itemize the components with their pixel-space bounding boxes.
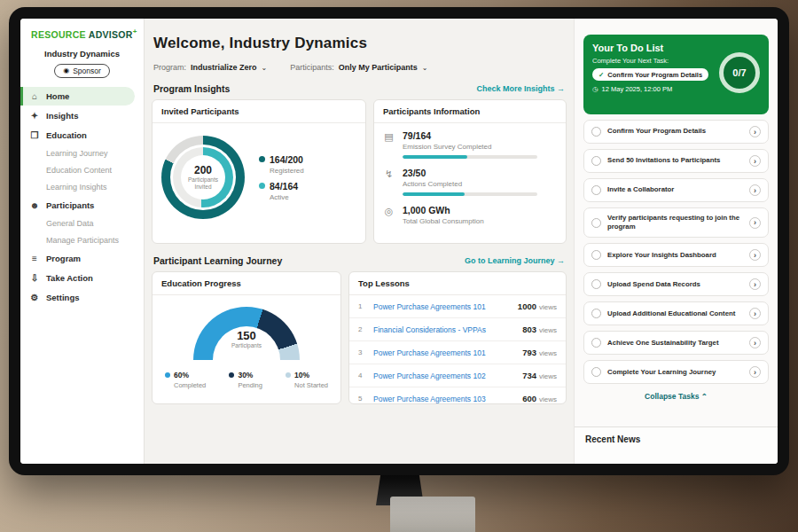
legend-active: 84/164 Active [259, 181, 304, 201]
legend-dot [259, 183, 265, 189]
sidebar-item-education[interactable]: ❐ Education [20, 126, 144, 145]
task-checkbox[interactable] [591, 338, 601, 348]
link-label: Go to Learning Journey [465, 256, 555, 265]
task-label: Verify participants requesting to join t… [607, 214, 743, 231]
sidebar-subitem-learning-insights[interactable]: Learning Insights [20, 179, 144, 195]
program-filter[interactable]: Program: Industrialize Zero ⌄ [153, 63, 267, 72]
task-row-verify-participants[interactable]: Verify participants requesting to join t… [583, 207, 769, 238]
program-filter-label: Program: [153, 63, 186, 72]
logo-secondary: ADVISOR [89, 29, 133, 40]
legend-pending: 30% Pending [229, 371, 262, 389]
settings-icon: ⚙ [29, 293, 40, 302]
monitor-bezel: RESOURCE ADVISOR+ Industry Dynamics ◉ Sp… [9, 7, 789, 475]
legend-not-started: 10% Not Started [286, 371, 328, 389]
task-row-confirm-program[interactable]: Confirm Your Program Details › [583, 120, 769, 144]
task-checkbox[interactable] [591, 127, 601, 137]
next-task-pill[interactable]: ✓ Confirm Your Program Details [592, 68, 708, 81]
lesson-views: 734 [522, 371, 536, 380]
metric-value: 1,000 GWh [403, 205, 484, 215]
task-row-invite-collaborator[interactable]: Invite a Collaborator › [583, 178, 769, 202]
legend-value: 60% [174, 371, 189, 379]
sidebar-item-label: Education [46, 130, 87, 140]
lesson-link[interactable]: Power Purchase Agreements 102 [373, 372, 514, 380]
collapse-icon: ⌃ [701, 392, 708, 401]
next-task-label: Confirm Your Program Details [607, 71, 702, 79]
check-more-insights-link[interactable]: Check More Insights → [476, 84, 565, 93]
lesson-link[interactable]: Power Purchase Agreements 101 [373, 302, 510, 311]
task-row-achieve-target[interactable]: Achieve One Sustainability Target › [583, 331, 769, 355]
legend-dot [259, 156, 265, 162]
sidebar-item-label: Home [46, 91, 69, 101]
lesson-link[interactable]: Financial Considerations - VPPAs [373, 325, 514, 334]
chevron-right-icon[interactable]: › [749, 126, 761, 137]
logo-primary: RESOURCE [31, 29, 86, 40]
sidebar-subitem-general-data[interactable]: General Data [20, 215, 144, 231]
org-name: Industry Dynamics [20, 49, 144, 59]
take-action-icon: ⇩ [29, 273, 40, 283]
chevron-right-icon[interactable]: › [749, 337, 761, 348]
task-checkbox[interactable] [591, 309, 601, 318]
chevron-right-icon[interactable]: › [749, 155, 761, 167]
metric-label: Total Global Consumption [403, 217, 484, 225]
card-title: Education Progress [153, 272, 340, 295]
sidebar-item-settings[interactable]: ⚙ Settings [20, 288, 144, 307]
task-row-upload-educational-content[interactable]: Upload Additional Educational Content › [583, 301, 769, 325]
lesson-rank: 4 [358, 372, 365, 379]
education-progress-card: Education Progress 150 Participants 60% … [152, 271, 341, 404]
task-row-complete-learning-journey[interactable]: Complete Your Learning Journey › [583, 360, 769, 384]
lesson-link[interactable]: Power Purchase Agreements 103 [373, 395, 514, 403]
participants-icon: ☻ [29, 200, 40, 210]
monitor-stand-base [390, 497, 475, 532]
actions-completed-row: ↯ 23/50 Actions Completed [374, 160, 566, 198]
go-to-learning-journey-link[interactable]: Go to Learning Journey → [465, 256, 565, 265]
chevron-right-icon[interactable]: › [749, 308, 761, 319]
sponsor-badge[interactable]: ◉ Sponsor [54, 64, 110, 78]
sidebar-item-take-action[interactable]: ⇩ Take Action [20, 269, 144, 287]
legend-dot [286, 372, 291, 378]
legend-value: 10% [294, 371, 309, 379]
logo-plus: + [133, 27, 137, 35]
legend-dot [229, 372, 234, 378]
card-title: Top Lessons [349, 272, 566, 295]
lesson-row: 3 Power Purchase Agreements 101 793views [349, 341, 566, 364]
task-checkbox[interactable] [591, 185, 601, 195]
chevron-right-icon[interactable]: › [749, 184, 761, 196]
collapse-tasks-link[interactable]: Collapse Tasks ⌃ [583, 392, 769, 401]
sidebar-item-home[interactable]: ⌂ Home [20, 87, 135, 106]
sidebar-subitem-learning-journey[interactable]: Learning Journey [20, 145, 144, 161]
task-label: Complete Your Learning Journey [607, 368, 743, 377]
chevron-right-icon[interactable]: › [749, 366, 761, 378]
chevron-right-icon[interactable]: › [749, 278, 761, 290]
education-gauge-chart: 150 Participants [193, 307, 300, 360]
legend-value: 164/200 [270, 154, 303, 165]
chevron-right-icon[interactable]: › [749, 249, 761, 261]
metric-value: 23/50 [403, 168, 537, 178]
todo-hero-card: Your To Do List Complete Your Next Task:… [583, 35, 769, 114]
sidebar-subitem-education-content[interactable]: Education Content [20, 162, 144, 178]
participants-filter[interactable]: Participants: Only My Participants ⌄ [290, 63, 427, 72]
sidebar-item-insights[interactable]: ✦ Insights [20, 106, 144, 125]
task-label: Upload Spend Data Records [607, 280, 743, 289]
sidebar-item-participants[interactable]: ☻ Participants [20, 196, 144, 215]
task-row-explore-insights[interactable]: Explore Your Insights Dashboard › [583, 243, 769, 267]
task-checkbox[interactable] [591, 156, 601, 166]
chevron-right-icon[interactable]: › [749, 217, 761, 229]
top-lessons-card: Top Lessons 1 Power Purchase Agreements … [348, 271, 567, 404]
sidebar-item-program[interactable]: ≡ Program [20, 249, 144, 268]
task-row-send-invitations[interactable]: Send 50 Invitations to Participants › [583, 149, 769, 173]
donut-legend: 164/200 Registered 84/164 Active [259, 148, 304, 207]
sponsor-label: Sponsor [73, 66, 101, 75]
task-checkbox[interactable] [591, 279, 601, 289]
sponsor-icon: ◉ [63, 66, 69, 74]
lesson-row: 1 Power Purchase Agreements 101 1000view… [349, 295, 566, 318]
sidebar-subitem-manage-participants[interactable]: Manage Participants [20, 232, 144, 248]
task-checkbox[interactable] [591, 218, 601, 228]
lesson-link[interactable]: Power Purchase Agreements 101 [373, 348, 514, 357]
task-row-upload-spend-data[interactable]: Upload Spend Data Records › [583, 272, 769, 296]
task-checkbox[interactable] [591, 250, 601, 260]
task-checkbox[interactable] [591, 367, 601, 377]
program-filter-value: Industrialize Zero [191, 63, 257, 72]
lesson-views: 600 [522, 394, 536, 403]
lesson-rank: 5 [358, 395, 365, 403]
views-label: views [539, 395, 557, 403]
